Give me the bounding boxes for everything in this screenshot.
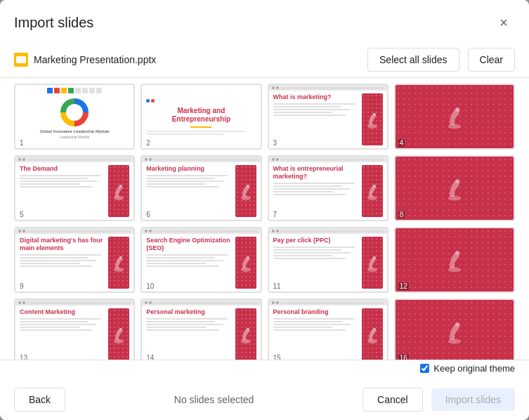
toolbar: Marketing Presentation.pptx Select all s…: [0, 42, 529, 77]
file-icon-inner: [16, 56, 26, 63]
import-slides-dialog: Import slides × Marketing Presentation.p…: [0, 0, 529, 420]
dialog-header: Import slides ×: [0, 0, 529, 42]
svg-point-1: [373, 113, 376, 116]
dialog-title: Import slides: [14, 15, 93, 31]
keep-theme-label[interactable]: Keep original theme: [433, 363, 515, 374]
svg-point-9: [373, 185, 376, 188]
slides-grid: Global Innovative Leadership Module Lead…: [14, 84, 515, 360]
keep-theme-checkbox[interactable]: [420, 364, 429, 373]
slide-item[interactable]: Personal marketing: [141, 298, 261, 360]
slide-item[interactable]: Content Marketing: [14, 298, 135, 360]
status-text: No slides selected: [74, 394, 354, 405]
slide-item[interactable]: What is marketing?: [268, 84, 388, 150]
slide-item[interactable]: Marketing andEntrepreneurship 2: [141, 84, 261, 150]
file-icon: [14, 53, 28, 67]
keep-theme-row: Keep original theme: [0, 360, 529, 379]
import-button[interactable]: Import slides: [431, 388, 515, 411]
svg-point-19: [455, 251, 459, 255]
svg-point-3: [455, 107, 459, 112]
slide-item[interactable]: Digital marketing's has four main elemen…: [14, 227, 135, 293]
back-button[interactable]: Back: [14, 388, 65, 412]
svg-point-27: [455, 322, 459, 327]
select-all-button[interactable]: Select all slides: [367, 48, 459, 72]
slide-item[interactable]: 12: [394, 227, 515, 293]
svg-point-5: [119, 185, 122, 188]
clear-button[interactable]: Clear: [468, 48, 515, 72]
svg-point-17: [373, 256, 376, 259]
svg-point-21: [119, 328, 122, 331]
slide-item[interactable]: 16: [394, 298, 515, 360]
slide-item[interactable]: What is entrepreneurial marketing?: [268, 155, 388, 221]
slide-item[interactable]: 4: [394, 84, 515, 150]
dialog-footer: Back No slides selected Cancel Import sl…: [0, 379, 529, 420]
slide-item[interactable]: Pay per click (PPC): [268, 227, 388, 293]
cancel-button[interactable]: Cancel: [363, 388, 423, 412]
svg-point-11: [455, 179, 459, 183]
slide-item[interactable]: Global Innovative Leadership Module Lead…: [14, 84, 135, 150]
svg-point-25: [373, 328, 376, 331]
slide-item[interactable]: 8: [394, 155, 515, 221]
slide-item[interactable]: Marketing planning: [141, 155, 261, 221]
svg-point-13: [119, 256, 122, 259]
svg-point-7: [247, 185, 249, 188]
slide-item[interactable]: Search Engine Optimization (SEO): [141, 227, 261, 293]
svg-point-23: [247, 328, 249, 331]
file-info: Marketing Presentation.pptx: [14, 53, 359, 67]
close-button[interactable]: ×: [492, 11, 515, 34]
slide-item[interactable]: Personal branding: [268, 298, 388, 360]
slide-item[interactable]: The Demand: [14, 155, 135, 221]
slides-area[interactable]: Global Innovative Leadership Module Lead…: [0, 77, 529, 360]
svg-point-15: [247, 256, 249, 259]
file-name: Marketing Presentation.pptx: [34, 54, 156, 65]
